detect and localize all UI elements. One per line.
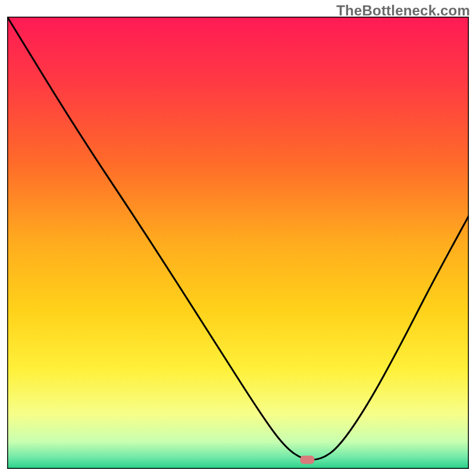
plot-background [7, 17, 469, 469]
optimum-marker [300, 456, 314, 464]
bottleneck-chart [7, 17, 469, 469]
watermark-text: TheBottleneck.com [336, 2, 470, 19]
chart-container: TheBottleneck.com [0, 0, 476, 476]
